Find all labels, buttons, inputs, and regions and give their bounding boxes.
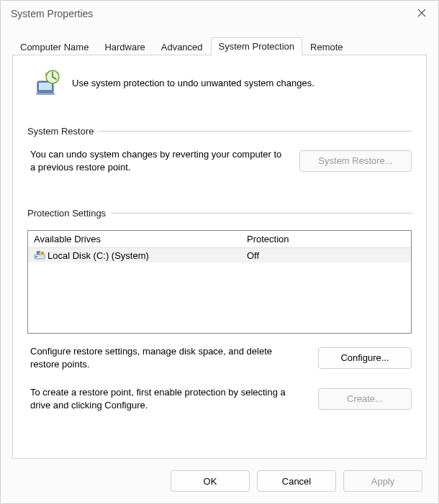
ok-button[interactable]: OK — [171, 470, 250, 492]
apply-button[interactable]: Apply — [343, 470, 422, 492]
svg-rect-1 — [39, 83, 52, 90]
group-protection-settings-title: Protection Settings — [27, 208, 106, 219]
column-header-drives[interactable]: Available Drives — [28, 234, 244, 244]
tab-panel-system-protection: Use system protection to undo unwanted s… — [12, 55, 427, 459]
group-system-restore-label: System Restore — [27, 126, 412, 137]
svg-rect-11 — [39, 253, 40, 255]
close-icon — [417, 9, 426, 19]
group-protection-settings-label: Protection Settings — [27, 208, 412, 219]
divider — [99, 131, 412, 132]
window-title: System Properties — [11, 8, 93, 19]
tab-system-protection[interactable]: System Protection — [211, 37, 303, 55]
create-button[interactable]: Create... — [318, 388, 412, 410]
system-restore-row: You can undo system changes by reverting… — [27, 148, 412, 173]
configure-description: Configure restore settings, manage disk … — [30, 345, 304, 370]
divider — [112, 213, 412, 214]
drives-header: Available Drives Protection — [28, 231, 411, 248]
drive-row[interactable]: Local Disk (C:) (System) Off — [28, 248, 411, 262]
titlebar: System Properties — [1, 1, 438, 27]
intro-text: Use system protection to undo unwanted s… — [72, 78, 314, 88]
system-restore-description: You can undo system changes by reverting… — [30, 148, 285, 173]
drive-icon — [34, 250, 45, 260]
create-row: To create a restore point, first enable … — [27, 386, 412, 411]
tab-hardware[interactable]: Hardware — [96, 38, 153, 55]
tabstrip: Computer Name Hardware Advanced System P… — [1, 27, 438, 55]
system-protection-shield-icon — [33, 68, 62, 97]
configure-button[interactable]: Configure... — [318, 347, 412, 369]
configure-row: Configure restore settings, manage disk … — [27, 345, 412, 370]
system-properties-window: System Properties Computer Name Hardware… — [0, 0, 439, 504]
drive-name: Local Disk (C:) (System) — [47, 250, 149, 261]
close-button[interactable] — [405, 1, 438, 27]
svg-rect-10 — [37, 253, 38, 255]
column-header-protection[interactable]: Protection — [244, 234, 411, 244]
tab-remote[interactable]: Remote — [302, 38, 351, 55]
cancel-button[interactable]: Cancel — [257, 470, 336, 492]
system-restore-button[interactable]: System Restore... — [299, 150, 412, 172]
drive-protection-status: Off — [244, 250, 411, 261]
svg-rect-8 — [37, 251, 38, 252]
group-system-restore-title: System Restore — [27, 126, 94, 137]
tab-computer-name[interactable]: Computer Name — [12, 38, 96, 55]
drives-list[interactable]: Available Drives Protection — [27, 230, 412, 334]
tab-advanced[interactable]: Advanced — [153, 38, 211, 55]
dialog-footer: OK Cancel Apply — [1, 470, 438, 503]
svg-rect-13 — [42, 252, 43, 254]
svg-rect-2 — [36, 93, 55, 95]
create-description: To create a restore point, first enable … — [30, 386, 304, 411]
svg-rect-6 — [35, 256, 37, 257]
intro-row: Use system protection to undo unwanted s… — [27, 68, 412, 97]
svg-rect-9 — [39, 251, 40, 252]
